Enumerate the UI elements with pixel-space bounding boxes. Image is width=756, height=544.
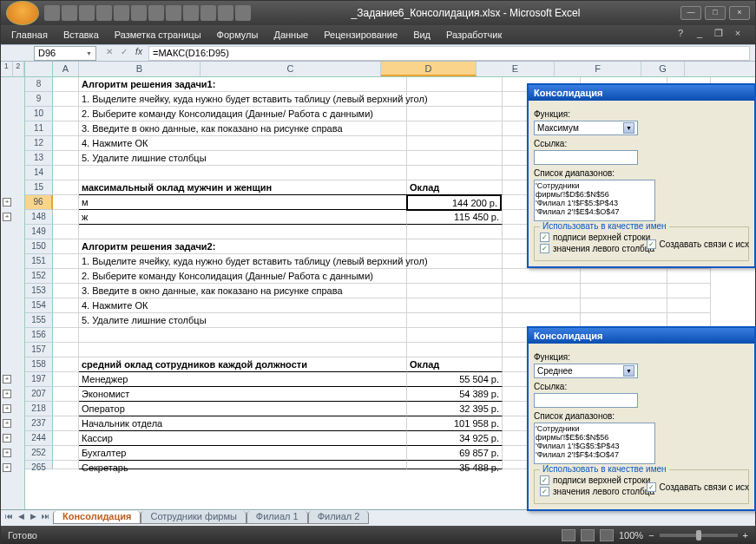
- name-box[interactable]: D96 ▼: [34, 46, 96, 61]
- name-box-dropdown-icon[interactable]: ▼: [86, 50, 92, 56]
- col-header-C[interactable]: C: [201, 62, 381, 76]
- cell[interactable]: [53, 210, 79, 225]
- cell[interactable]: [407, 107, 503, 121]
- row-header[interactable]: 9: [25, 92, 53, 107]
- tab-developer[interactable]: Разработчик: [446, 29, 502, 40]
- cell[interactable]: ж: [79, 210, 407, 225]
- cell[interactable]: Оклад: [407, 180, 503, 195]
- cell[interactable]: [79, 343, 407, 357]
- row-header[interactable]: 11: [25, 121, 53, 136]
- cell[interactable]: [407, 225, 503, 239]
- col-header-A[interactable]: A: [53, 62, 79, 76]
- row-header[interactable]: 148: [25, 210, 53, 225]
- cell[interactable]: Оператор: [79, 402, 407, 416]
- row-header[interactable]: 15: [25, 180, 53, 195]
- checkbox-top-row[interactable]: ✓: [540, 475, 549, 485]
- cell[interactable]: [53, 166, 79, 180]
- qat-btn-icon[interactable]: [218, 5, 233, 21]
- cell[interactable]: 32 395 р.: [407, 402, 503, 416]
- cell[interactable]: Менеджер: [79, 372, 407, 387]
- cell[interactable]: Алгоритм решения задачи1:: [79, 77, 407, 92]
- cell[interactable]: 115 450 р.: [407, 210, 503, 225]
- cell[interactable]: 4. Нажмите ОК: [79, 298, 407, 313]
- sheet-tab[interactable]: Сотрудники фирмы: [141, 511, 246, 524]
- cell[interactable]: 5. Удалите лишние столбцы: [79, 151, 407, 166]
- cell[interactable]: [53, 313, 79, 328]
- sheet-nav-prev-icon[interactable]: ◀: [15, 512, 27, 524]
- row-header[interactable]: 244: [25, 431, 53, 446]
- mdi-restore-icon[interactable]: ❐: [712, 28, 726, 42]
- cell[interactable]: 2. Выберите команду Консолидация (Данные…: [79, 107, 407, 121]
- mdi-minimize-icon[interactable]: _: [693, 28, 707, 42]
- cell[interactable]: [53, 92, 79, 107]
- col-header-E[interactable]: E: [477, 62, 555, 76]
- mdi-close-icon[interactable]: ×: [731, 28, 745, 42]
- checkbox-top-row[interactable]: ✓: [540, 233, 549, 242]
- cell[interactable]: [53, 121, 79, 136]
- cell[interactable]: Оклад: [407, 357, 503, 372]
- checkbox-left-col[interactable]: ✓: [540, 487, 549, 496]
- cell[interactable]: 3. Введите в окно данные, как показано н…: [79, 284, 407, 298]
- cell[interactable]: [407, 239, 503, 254]
- outline-expand-button[interactable]: +: [3, 463, 11, 472]
- row-header[interactable]: 8: [25, 77, 53, 92]
- tab-review[interactable]: Рецензирование: [324, 29, 398, 40]
- sheet-nav-last-icon[interactable]: ⏭: [39, 512, 51, 524]
- close-button[interactable]: ×: [729, 6, 750, 20]
- cell[interactable]: [407, 151, 503, 166]
- tab-formulas[interactable]: Формулы: [217, 29, 259, 40]
- ref-input[interactable]: [534, 393, 638, 408]
- qat-btn-icon[interactable]: [201, 5, 216, 21]
- cell[interactable]: [53, 77, 79, 92]
- cell[interactable]: [53, 387, 79, 402]
- row-header[interactable]: 155: [25, 313, 53, 328]
- cell[interactable]: [53, 372, 79, 387]
- col-header-G[interactable]: G: [641, 62, 685, 76]
- cell[interactable]: [407, 77, 503, 92]
- cell[interactable]: [79, 225, 407, 239]
- combo-dropdown-icon[interactable]: ▼: [623, 122, 634, 134]
- cell[interactable]: [581, 269, 667, 284]
- row-header[interactable]: 10: [25, 107, 53, 121]
- cell[interactable]: [407, 121, 503, 136]
- qat-undo-icon[interactable]: [62, 5, 77, 21]
- outline-expand-button[interactable]: +: [3, 434, 11, 442]
- cell[interactable]: [503, 298, 581, 313]
- cell[interactable]: [407, 328, 503, 343]
- zoom-slider[interactable]: [660, 534, 738, 537]
- cell[interactable]: [53, 107, 79, 121]
- fx-icon[interactable]: fx: [133, 47, 145, 59]
- outline-expand-button[interactable]: +: [3, 198, 11, 206]
- row-header[interactable]: 13: [25, 151, 53, 166]
- cell[interactable]: [53, 343, 79, 357]
- tab-data[interactable]: Данные: [273, 29, 308, 40]
- cell[interactable]: максимальный оклад мужчин и женщин: [79, 180, 407, 195]
- row-header[interactable]: 252: [25, 446, 53, 461]
- cell[interactable]: 2. Выберите команду Консолидация (Данные…: [79, 269, 407, 284]
- enter-formula-icon[interactable]: ✓: [118, 47, 130, 59]
- cell[interactable]: [503, 284, 581, 298]
- sheet-nav-next-icon[interactable]: ▶: [27, 512, 39, 524]
- zoom-out-button[interactable]: −: [648, 530, 654, 541]
- select-all-button[interactable]: [25, 62, 53, 76]
- qat-btn-icon[interactable]: [166, 5, 181, 21]
- qat-btn-icon[interactable]: [148, 5, 164, 21]
- ref-input[interactable]: [534, 150, 638, 165]
- row-header[interactable]: 158: [25, 357, 53, 372]
- row-header[interactable]: 237: [25, 416, 53, 431]
- tab-view[interactable]: Вид: [413, 29, 431, 40]
- cell[interactable]: 34 925 р.: [407, 431, 503, 446]
- view-normal-icon[interactable]: [562, 529, 575, 541]
- outline-expand-button[interactable]: +: [3, 375, 11, 383]
- qat-save-icon[interactable]: [44, 5, 60, 21]
- cell[interactable]: [581, 298, 667, 313]
- cell[interactable]: [53, 136, 79, 151]
- cell[interactable]: 3. Введите в окно данные, как показано н…: [79, 121, 407, 136]
- cell[interactable]: [53, 298, 79, 313]
- qat-btn-icon[interactable]: [131, 5, 147, 21]
- row-header[interactable]: 197: [25, 372, 53, 387]
- row-header[interactable]: 151: [25, 254, 53, 269]
- sheet-tab[interactable]: Филиал 2: [308, 511, 370, 524]
- func-combo[interactable]: Среднее▼: [534, 364, 638, 378]
- cell[interactable]: [407, 298, 503, 313]
